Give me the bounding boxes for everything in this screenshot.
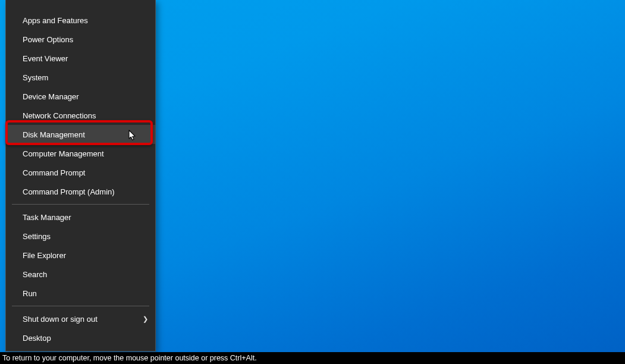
menu-item-apps-features[interactable]: Apps and Features: [6, 11, 155, 30]
menu-item-label: Power Options: [23, 35, 73, 44]
menu-item-label: Apps and Features: [23, 16, 88, 25]
menu-item-label: Settings: [23, 232, 51, 241]
menu-item-label: File Explorer: [23, 251, 66, 260]
menu-item-task-manager[interactable]: Task Manager: [6, 208, 155, 227]
menu-item-shut-down-sign-out[interactable]: Shut down or sign out❯: [6, 309, 155, 328]
menu-item-network-connections[interactable]: Network Connections: [6, 106, 155, 125]
menu-item-label: Disk Management: [23, 130, 85, 139]
menu-item-power-options[interactable]: Power Options: [6, 30, 155, 49]
menu-item-command-prompt-admin[interactable]: Command Prompt (Admin): [6, 182, 155, 201]
menu-item-label: Command Prompt (Admin): [23, 187, 115, 196]
menu-item-label: Event Viewer: [23, 54, 68, 63]
menu-item-desktop[interactable]: Desktop: [6, 328, 155, 347]
menu-item-search[interactable]: Search: [6, 265, 155, 284]
menu-item-label: Computer Management: [23, 149, 104, 158]
menu-item-label: System: [23, 73, 48, 82]
menu-item-device-manager[interactable]: Device Manager: [6, 87, 155, 106]
menu-item-label: Device Manager: [23, 92, 79, 101]
vm-hint-bar: To return to your computer, move the mou…: [0, 352, 625, 364]
menu-item-file-explorer[interactable]: File Explorer: [6, 246, 155, 265]
menu-item-command-prompt[interactable]: Command Prompt: [6, 163, 155, 182]
menu-item-label: Command Prompt: [23, 168, 85, 177]
menu-separator: [12, 204, 149, 205]
winx-context-menu[interactable]: Apps and FeaturesPower OptionsEvent View…: [5, 0, 156, 352]
menu-item-settings[interactable]: Settings: [6, 227, 155, 246]
menu-item-computer-management[interactable]: Computer Management: [6, 144, 155, 163]
menu-item-event-viewer[interactable]: Event Viewer: [6, 49, 155, 68]
menu-separator: [12, 306, 149, 306]
menu-item-label: Network Connections: [23, 111, 96, 120]
chevron-right-icon: ❯: [143, 315, 148, 323]
menu-item-label: Search: [23, 270, 47, 279]
menu-item-run[interactable]: Run: [6, 284, 155, 303]
menu-item-label: Desktop: [23, 334, 51, 343]
menu-item-disk-management[interactable]: Disk Management: [6, 125, 155, 144]
menu-item-system[interactable]: System: [6, 68, 155, 87]
menu-item-label: Run: [23, 289, 37, 298]
menu-item-label: Task Manager: [23, 213, 71, 222]
vm-hint-text: To return to your computer, move the mou…: [2, 354, 257, 362]
menu-item-label: Shut down or sign out: [23, 315, 98, 324]
